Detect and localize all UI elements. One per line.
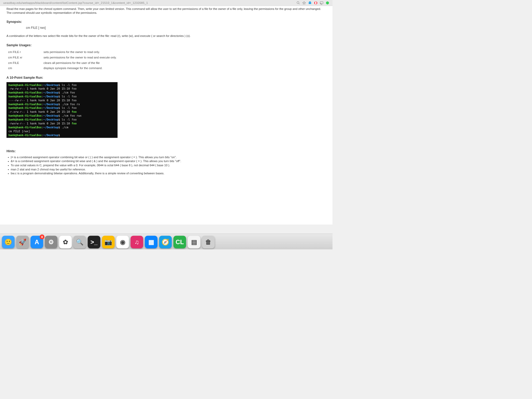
terminal-output: hank@hank-VirtualBox:~/Desktop$ ls -l fo… xyxy=(6,82,118,138)
sample-run-heading: A 10-Point Sample Run: xyxy=(6,76,326,79)
dock-app-finder[interactable]: 🙂 xyxy=(2,236,15,249)
dock-app-appstore[interactable]: A8 xyxy=(31,236,43,249)
dock-app-keynote[interactable]: ▦ xyxy=(145,236,158,249)
cast-icon[interactable] xyxy=(320,1,323,5)
dock-app-camera[interactable]: 📷 xyxy=(102,236,115,249)
table-row: cm FILEclears all permissions for the us… xyxy=(6,60,121,66)
dock-app-safari[interactable]: 🧭 xyxy=(159,236,172,249)
dock-app-photos[interactable]: ✿ xyxy=(59,236,72,249)
svg-point-3 xyxy=(309,2,310,3)
dock-app-terminal[interactable]: >_ xyxy=(88,236,101,249)
svg-line-1 xyxy=(299,3,300,4)
hints-list: |= is a combined assignment operator com… xyxy=(6,156,326,175)
list-item: To use octal values in C, prepend the va… xyxy=(11,164,326,167)
svg-rect-7 xyxy=(320,2,323,4)
ghost-extension-icon[interactable] xyxy=(308,1,312,5)
svg-marker-2 xyxy=(303,2,305,4)
svg-point-4 xyxy=(310,2,311,3)
combo-description: A combination of the letters rwx select … xyxy=(6,34,326,38)
dock-app-clion[interactable]: CL xyxy=(174,236,186,249)
dock-app-spotlight[interactable]: 🔍 xyxy=(74,236,86,249)
dock-app-scanner[interactable]: ▤ xyxy=(188,236,201,249)
table-row: cmdisplays synopsis message for the comm… xyxy=(6,65,121,71)
synopsis-command: cm FILE [ rwx] xyxy=(26,26,326,30)
dock-app-trash[interactable]: 🗑 xyxy=(202,236,215,249)
dock-app-launchpad[interactable]: 🚀 xyxy=(16,236,29,249)
intro-text: Read the man pages for the chmod system … xyxy=(6,7,326,15)
svg-point-6 xyxy=(315,2,317,4)
sample-usages-heading: Sample Usages: xyxy=(6,43,326,47)
chat-icon[interactable] xyxy=(326,1,329,5)
browser-toolbar-icons xyxy=(296,1,329,5)
star-icon[interactable] xyxy=(302,1,306,5)
svg-point-0 xyxy=(297,2,299,4)
dock-app-settings[interactable]: ⚙ xyxy=(45,236,58,249)
browser-url-bar: ueastbay.edu/webapps/blackboard/content/… xyxy=(0,0,332,6)
table-row: cm FILE rsets permissions for the owner … xyxy=(6,49,121,55)
synopsis-heading: Synopsis: xyxy=(6,20,326,23)
dock-app-chrome[interactable]: ◉ xyxy=(116,236,129,249)
opera-icon[interactable] xyxy=(314,1,318,5)
dock-badge: 8 xyxy=(40,235,45,240)
list-item: bw.c is a program demonstrating bitwise … xyxy=(11,172,326,175)
macos-dock: 🙂🚀A8⚙✿🔍>_📷◉♫▦🧭CL▤🗑 xyxy=(0,234,332,249)
list-item: man 2 stat and man 2 chmod may be useful… xyxy=(11,168,326,171)
svg-point-8 xyxy=(326,2,329,4)
search-icon[interactable] xyxy=(296,1,300,5)
url-text: ueastbay.edu/webapps/blackboard/content/… xyxy=(3,1,297,5)
dock-app-itunes[interactable]: ♫ xyxy=(131,236,143,249)
page-content: Read the man pages for the chmod system … xyxy=(0,6,332,224)
hints-heading: Hints: xyxy=(6,149,326,153)
list-item: |= is a combined assignment operator com… xyxy=(11,156,326,159)
usage-table: cm FILE rsets permissions for the owner … xyxy=(6,49,121,71)
table-row: cm FILE xrsets permissions for the owner… xyxy=(6,55,121,60)
list-item: &= is a combined assignment operator com… xyxy=(11,159,326,163)
